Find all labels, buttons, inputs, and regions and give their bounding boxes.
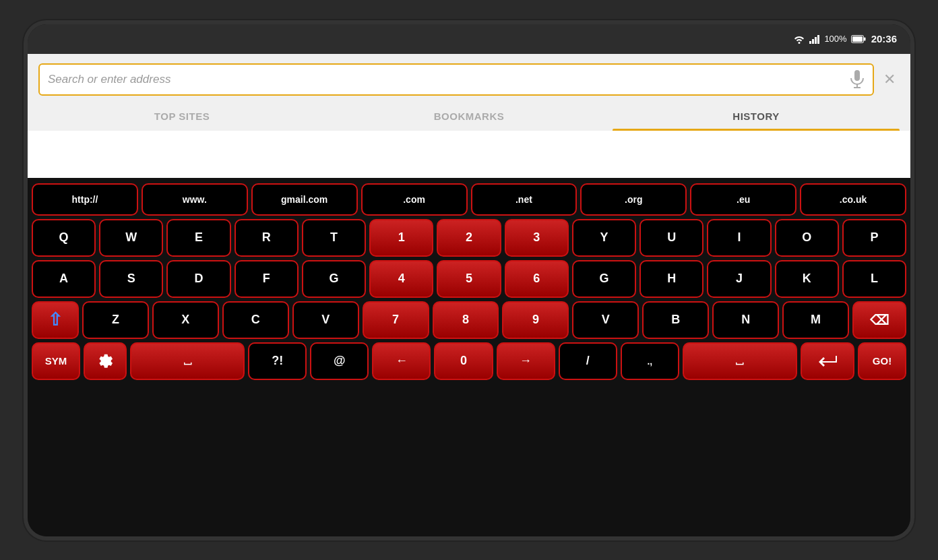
key-dotorg[interactable]: .org [580, 183, 687, 216]
key-punctuation[interactable]: ?! [248, 342, 307, 380]
key-space-right[interactable]: ⎵ [683, 342, 797, 380]
key-z[interactable]: Z [82, 301, 149, 339]
svg-rect-2 [815, 37, 817, 44]
key-9[interactable]: 9 [502, 301, 569, 339]
key-dotcom[interactable]: .com [361, 183, 468, 216]
row-1: Q W E R T 1 2 3 Y U I O P [32, 219, 906, 257]
key-shift[interactable]: ⇧ [32, 301, 79, 339]
key-g2[interactable]: G [572, 260, 636, 298]
key-1[interactable]: 1 [369, 219, 433, 257]
key-x[interactable]: X [152, 301, 219, 339]
key-doteu[interactable]: .eu [690, 183, 796, 216]
browser-content [28, 131, 910, 178]
key-n[interactable]: N [712, 301, 779, 339]
svg-rect-7 [854, 70, 860, 81]
key-backspace[interactable]: ⌫ [852, 301, 906, 339]
battery-icon [851, 35, 866, 43]
key-r[interactable]: R [234, 219, 299, 257]
key-8[interactable]: 8 [433, 301, 499, 339]
key-j[interactable]: J [707, 260, 771, 298]
key-period-comma[interactable]: ., [621, 342, 679, 380]
device-frame: 100% 20:36 Search or enter address [28, 24, 910, 536]
key-zero[interactable]: 0 [434, 342, 493, 380]
key-c[interactable]: C [222, 301, 289, 339]
key-b[interactable]: B [642, 301, 709, 339]
mic-icon[interactable] [850, 70, 865, 89]
svg-rect-0 [809, 41, 811, 44]
svg-rect-1 [812, 39, 814, 44]
status-bar: 100% 20:36 [28, 24, 910, 54]
browser-area: Search or enter address ✕ TOP SITES BOOK… [28, 54, 910, 178]
key-v2[interactable]: V [572, 301, 639, 339]
key-dotcouk[interactable]: .co.uk [800, 183, 906, 216]
key-dotnet[interactable]: .net [471, 183, 577, 216]
bottom-row: SYM ⎵ ?! @ ← 0 → / ., ⎵ GO! [32, 342, 906, 380]
tab-bookmarks[interactable]: BOOKMARKS [325, 102, 613, 131]
battery-percent: 100% [824, 34, 846, 44]
key-enter[interactable] [801, 342, 854, 380]
key-4[interactable]: 4 [369, 260, 433, 298]
key-d[interactable]: D [166, 260, 230, 298]
status-icons: 100% [793, 34, 865, 44]
tab-underline-bookmarks [325, 129, 613, 131]
key-3[interactable]: 3 [505, 219, 569, 257]
svg-rect-5 [852, 36, 863, 42]
key-v[interactable]: V [292, 301, 359, 339]
key-i[interactable]: I [707, 219, 771, 257]
key-u[interactable]: U [639, 219, 704, 257]
search-input-wrapper[interactable]: Search or enter address [38, 63, 874, 96]
key-space-left[interactable]: ⎵ [130, 342, 245, 380]
key-p[interactable]: P [842, 219, 906, 257]
key-o[interactable]: O [775, 219, 839, 257]
key-at[interactable]: @ [310, 342, 369, 380]
key-g[interactable]: G [302, 260, 366, 298]
key-settings[interactable] [84, 342, 127, 380]
key-slash[interactable]: / [559, 342, 617, 380]
key-right-arrow[interactable]: → [497, 342, 555, 380]
key-sym[interactable]: SYM [32, 342, 80, 380]
key-7[interactable]: 7 [363, 301, 429, 339]
key-w[interactable]: W [99, 219, 163, 257]
keyboard-area: http:// www. gmail.com .com .net .org .e… [28, 178, 910, 536]
key-f[interactable]: F [234, 260, 299, 298]
key-y[interactable]: Y [572, 219, 636, 257]
key-e[interactable]: E [166, 219, 230, 257]
search-bar-row: Search or enter address ✕ [28, 54, 910, 102]
key-s[interactable]: S [99, 260, 163, 298]
key-k[interactable]: K [775, 260, 839, 298]
tab-underline-history [613, 129, 900, 131]
enter-icon [818, 354, 837, 368]
svg-rect-3 [817, 35, 819, 44]
key-left-arrow[interactable]: ← [372, 342, 431, 380]
key-l[interactable]: L [842, 260, 906, 298]
tab-history[interactable]: HISTORY [613, 102, 900, 131]
key-6[interactable]: 6 [505, 260, 569, 298]
key-q[interactable]: Q [32, 219, 96, 257]
key-m[interactable]: M [782, 301, 849, 339]
status-time: 20:36 [871, 33, 897, 44]
search-placeholder-text: Search or enter address [48, 73, 850, 86]
signal-icon [809, 34, 820, 44]
svg-rect-6 [864, 37, 866, 40]
key-http[interactable]: http:// [32, 183, 138, 216]
url-row: http:// www. gmail.com .com .net .org .e… [32, 183, 906, 216]
key-go[interactable]: GO! [858, 342, 906, 380]
clear-button[interactable]: ✕ [879, 71, 900, 88]
key-www[interactable]: www. [142, 183, 248, 216]
key-a[interactable]: A [32, 260, 96, 298]
tabs-row: TOP SITES BOOKMARKS HISTORY [28, 102, 910, 131]
tab-underline-top-sites [38, 129, 325, 131]
key-t[interactable]: T [302, 219, 366, 257]
key-5[interactable]: 5 [437, 260, 501, 298]
key-2[interactable]: 2 [437, 219, 501, 257]
key-gmail[interactable]: gmail.com [251, 183, 358, 216]
gear-icon [97, 353, 113, 369]
wifi-icon [793, 34, 805, 44]
tab-top-sites[interactable]: TOP SITES [38, 102, 325, 131]
key-h[interactable]: H [639, 260, 704, 298]
row-3: ⇧ Z X C V 7 8 9 V B N M ⌫ [32, 301, 906, 339]
row-2: A S D F G 4 5 6 G H J K L [32, 260, 906, 298]
